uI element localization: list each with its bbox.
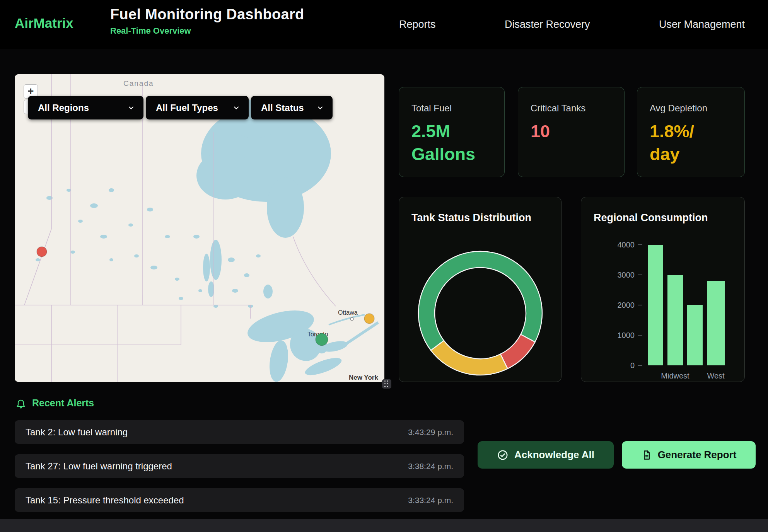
bar-region-1[interactable] — [667, 275, 683, 365]
bar-region-3[interactable] — [707, 281, 725, 365]
stat-card-total-fuel: Total Fuel 2.5M Gallons — [399, 87, 505, 177]
document-icon — [641, 450, 652, 460]
nav-disaster-recovery[interactable]: Disaster Recovery — [505, 19, 590, 31]
acknowledge-all-button[interactable]: Acknowledge All — [478, 441, 614, 469]
alert-text: Tank 27: Low fuel warning triggered — [26, 461, 172, 472]
stat-value: 10 — [531, 120, 599, 143]
brand-logo[interactable]: AirMatrix — [15, 15, 73, 31]
map-label-ottawa: Ottawa — [338, 309, 358, 316]
map-filter-bar: All Regions All Fuel Types All Status — [28, 96, 333, 119]
nav-reports[interactable]: Reports — [399, 19, 436, 31]
bar-chart[interactable]: 01000200030004000MidwestWest — [581, 197, 745, 382]
header: AirMatrix Fuel Monitoring Dashboard Real… — [0, 0, 768, 49]
alert-time: 3:38:24 p.m. — [408, 462, 453, 471]
y-tick-label: 1000 — [618, 331, 635, 339]
page-subtitle: Real-Time Overview — [110, 26, 304, 36]
bar-region-2[interactable] — [687, 305, 703, 365]
donut-chart[interactable] — [399, 197, 561, 382]
bell-icon — [15, 398, 26, 409]
tank-marker-normal[interactable] — [316, 333, 328, 346]
regions-dropdown-label: All Regions — [38, 102, 89, 113]
y-tick-label: 3000 — [618, 271, 635, 279]
stat-label: Total Fuel — [411, 103, 492, 114]
y-tick-label: 2000 — [618, 301, 635, 309]
bar-region-0[interactable] — [648, 245, 663, 365]
status-dropdown[interactable]: All Status — [251, 96, 333, 119]
window-bottom-strip — [0, 519, 768, 532]
donut-segment-warning[interactable] — [431, 341, 507, 375]
y-tick-label: 4000 — [618, 240, 635, 249]
fuel-types-dropdown[interactable]: All Fuel Types — [146, 96, 249, 119]
generate-report-button[interactable]: Generate Report — [622, 441, 756, 469]
acknowledge-all-label: Acknowledge All — [514, 449, 594, 461]
map-drag-handle-icon[interactable] — [382, 379, 391, 389]
chevron-down-icon — [316, 104, 324, 112]
recent-alerts-heading: Recent Alerts — [15, 397, 94, 409]
title-block: Fuel Monitoring Dashboard Real-Time Over… — [110, 6, 304, 36]
fuel-monitoring-dashboard: AirMatrix Fuel Monitoring Dashboard Real… — [0, 0, 768, 532]
alert-row[interactable]: Tank 15: Pressure threshold exceeded 3:3… — [15, 488, 464, 512]
fuel-types-dropdown-label: All Fuel Types — [156, 102, 218, 113]
x-tick-label: West — [707, 372, 725, 380]
stat-card-avg-depletion: Avg Depletion 1.8%/ day — [637, 87, 745, 177]
nav-user-management[interactable]: User Management — [659, 19, 745, 31]
chevron-down-icon — [127, 104, 135, 112]
tank-marker-warning[interactable] — [364, 314, 374, 324]
donut-segment-critical[interactable] — [500, 334, 535, 369]
alert-time: 3:43:29 p.m. — [408, 428, 453, 437]
x-tick-label: Midwest — [661, 372, 689, 380]
status-dropdown-label: All Status — [261, 102, 304, 113]
map-label-new-york: New York — [349, 374, 378, 381]
map-panel[interactable]: Canada Ottawa Toronto New York + − All R… — [15, 74, 384, 382]
y-tick-label: 0 — [630, 361, 635, 370]
recent-alerts-title: Recent Alerts — [32, 397, 94, 409]
alert-row[interactable]: Tank 27: Low fuel warning triggered 3:38… — [15, 454, 464, 478]
generate-report-label: Generate Report — [658, 449, 737, 461]
stat-label: Avg Depletion — [650, 103, 732, 114]
stat-value: 1.8%/ day — [650, 120, 719, 166]
map-canvas[interactable]: Canada Ottawa Toronto New York — [15, 74, 384, 382]
alert-time: 3:33:24 p.m. — [408, 496, 453, 505]
ottawa-town-dot — [350, 317, 353, 321]
chevron-down-icon — [232, 104, 240, 112]
stat-label: Critical Tanks — [531, 103, 612, 114]
regional-consumption-card: Regional Consumption 01000200030004000Mi… — [581, 197, 745, 382]
alert-text: Tank 15: Pressure threshold exceeded — [26, 495, 184, 506]
tank-marker-critical[interactable] — [37, 247, 47, 257]
tank-status-distribution-card: Tank Status Distribution — [399, 197, 561, 382]
main-nav: Reports Disaster Recovery User Managemen… — [399, 0, 745, 49]
regions-dropdown[interactable]: All Regions — [28, 96, 143, 119]
page-title: Fuel Monitoring Dashboard — [110, 6, 304, 23]
alert-text: Tank 2: Low fuel warning — [26, 427, 128, 438]
alert-row[interactable]: Tank 2: Low fuel warning 3:43:29 p.m. — [15, 420, 464, 444]
map-label-canada: Canada — [123, 79, 154, 87]
stat-card-critical-tanks: Critical Tanks 10 — [518, 87, 625, 177]
stat-value: 2.5M Gallons — [411, 120, 480, 166]
check-circle-icon — [497, 449, 509, 461]
